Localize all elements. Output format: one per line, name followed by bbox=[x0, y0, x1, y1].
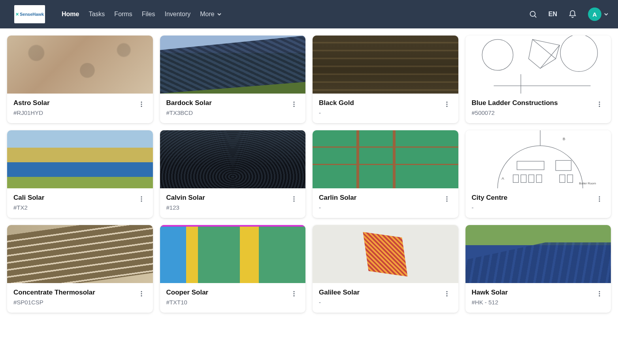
asset-card[interactable]: Galilee Solar- bbox=[313, 225, 458, 313]
asset-thumbnail bbox=[465, 225, 611, 283]
svg-rect-30 bbox=[556, 160, 571, 170]
app-header: ✕SenseHawk Home Tasks Forms Files Invent… bbox=[0, 0, 618, 28]
svg-text:Boiler Room: Boiler Room bbox=[579, 182, 596, 185]
more-vertical-icon bbox=[138, 195, 145, 203]
asset-card[interactable]: Concentrate Thermosolar#SP01CSP bbox=[7, 225, 153, 313]
asset-title: Cooper Solar bbox=[166, 289, 209, 296]
asset-thumbnail bbox=[465, 36, 611, 94]
search-button[interactable] bbox=[529, 10, 537, 19]
header-right: EN A bbox=[529, 8, 609, 21]
nav-item-files[interactable]: Files bbox=[142, 11, 155, 18]
svg-rect-31 bbox=[513, 175, 518, 183]
svg-rect-36 bbox=[567, 175, 573, 183]
card-more-button[interactable] bbox=[442, 194, 452, 206]
svg-point-16 bbox=[599, 101, 600, 103]
asset-card[interactable]: Calvin Solar#123 bbox=[160, 130, 306, 218]
nav-item-inventory[interactable]: Inventory bbox=[164, 11, 190, 18]
asset-card-body: Hawk Solar#HK - 512 bbox=[465, 283, 611, 313]
nav-label: More bbox=[200, 11, 214, 18]
asset-card[interactable]: Cali Solar#TX2 bbox=[7, 130, 153, 218]
svg-point-47 bbox=[294, 293, 295, 295]
svg-point-20 bbox=[141, 199, 142, 200]
asset-id: - bbox=[319, 109, 354, 116]
asset-thumbnail bbox=[160, 225, 306, 283]
nav-item-home[interactable]: Home bbox=[62, 11, 79, 18]
asset-thumbnail bbox=[7, 225, 153, 283]
asset-title: Cali Solar bbox=[13, 194, 44, 202]
svg-point-21 bbox=[141, 201, 142, 202]
card-more-button[interactable] bbox=[136, 99, 147, 111]
asset-thumbnail bbox=[7, 130, 153, 188]
language-switcher[interactable]: EN bbox=[548, 11, 557, 18]
asset-card[interactable]: Cooper Solar#TXT10 bbox=[160, 225, 306, 313]
brand-logo-mark: ✕ bbox=[15, 12, 19, 17]
card-more-button[interactable] bbox=[289, 289, 299, 300]
nav-item-more[interactable]: More bbox=[200, 11, 221, 18]
asset-title: Black Gold bbox=[319, 99, 354, 107]
nav-label: Files bbox=[142, 11, 155, 18]
asset-card[interactable]: Carlin Solar- bbox=[313, 130, 458, 218]
card-more-button[interactable] bbox=[289, 194, 299, 206]
svg-point-8 bbox=[446, 104, 447, 105]
asset-card[interactable]: Blue Ladder Constructions#500072 bbox=[465, 36, 611, 123]
svg-point-51 bbox=[446, 295, 447, 296]
svg-point-24 bbox=[294, 201, 295, 202]
svg-rect-32 bbox=[521, 175, 526, 183]
asset-title: Bardock Solar bbox=[166, 99, 212, 107]
svg-rect-29 bbox=[517, 161, 544, 170]
asset-thumbnail bbox=[7, 36, 153, 94]
card-more-button[interactable] bbox=[594, 99, 605, 111]
user-menu[interactable]: A bbox=[588, 8, 609, 21]
svg-point-50 bbox=[446, 293, 447, 295]
asset-id: #SP01CSP bbox=[13, 299, 95, 306]
asset-thumbnail bbox=[160, 36, 306, 94]
asset-title: Hawk Solar bbox=[472, 289, 508, 296]
nav-label: Forms bbox=[114, 11, 132, 18]
chevron-down-icon bbox=[604, 12, 609, 17]
asset-card[interactable]: Hawk Solar#HK - 512 bbox=[465, 225, 611, 313]
svg-point-3 bbox=[141, 106, 142, 107]
asset-card-body: Blue Ladder Constructions#500072 bbox=[465, 94, 611, 123]
svg-point-40 bbox=[599, 196, 600, 197]
asset-card[interactable]: Bardock Solar#TX3BCD bbox=[160, 36, 306, 123]
nav-label: Tasks bbox=[89, 11, 105, 18]
card-more-button[interactable] bbox=[594, 289, 605, 300]
card-more-button[interactable] bbox=[289, 99, 299, 111]
svg-point-17 bbox=[599, 104, 600, 105]
card-more-button[interactable] bbox=[442, 99, 452, 111]
asset-title: City Centre bbox=[472, 194, 508, 202]
asset-card-body: Black Gold- bbox=[313, 94, 458, 123]
card-more-button[interactable] bbox=[136, 289, 147, 300]
svg-rect-35 bbox=[560, 175, 565, 183]
nav-label: Inventory bbox=[164, 11, 190, 18]
brand-logo[interactable]: ✕SenseHawk bbox=[14, 5, 45, 23]
more-vertical-icon bbox=[138, 290, 145, 297]
notifications-button[interactable] bbox=[568, 10, 577, 19]
asset-title: Carlin Solar bbox=[319, 194, 356, 202]
asset-card-body: City Centre- bbox=[465, 188, 611, 218]
nav-item-forms[interactable]: Forms bbox=[114, 11, 132, 18]
chevron-down-icon bbox=[217, 12, 222, 17]
svg-point-46 bbox=[294, 291, 295, 292]
asset-title: Astro Solar bbox=[13, 99, 50, 107]
svg-point-2 bbox=[141, 104, 142, 105]
asset-card[interactable]: Astro Solar#RJ01HYD bbox=[7, 36, 153, 123]
asset-card-body: Carlin Solar- bbox=[313, 188, 458, 218]
card-more-button[interactable] bbox=[594, 194, 605, 206]
asset-title: Blue Ladder Constructions bbox=[472, 99, 558, 107]
svg-point-19 bbox=[141, 196, 142, 197]
more-vertical-icon bbox=[443, 290, 450, 297]
asset-id: #TXT10 bbox=[166, 299, 209, 306]
asset-title: Galilee Solar bbox=[319, 289, 360, 296]
more-vertical-icon bbox=[290, 290, 298, 297]
nav-item-tasks[interactable]: Tasks bbox=[89, 11, 105, 18]
asset-id: - bbox=[319, 204, 356, 211]
svg-point-9 bbox=[446, 106, 447, 107]
card-more-button[interactable] bbox=[136, 194, 147, 206]
asset-card[interactable]: Black Gold- bbox=[313, 36, 458, 123]
card-more-button[interactable] bbox=[442, 289, 452, 300]
asset-thumbnail: A B Boiler Room bbox=[465, 130, 611, 188]
svg-point-26 bbox=[446, 199, 447, 200]
asset-card[interactable]: A B Boiler Room City Centre- bbox=[465, 130, 611, 218]
svg-point-6 bbox=[294, 106, 295, 107]
